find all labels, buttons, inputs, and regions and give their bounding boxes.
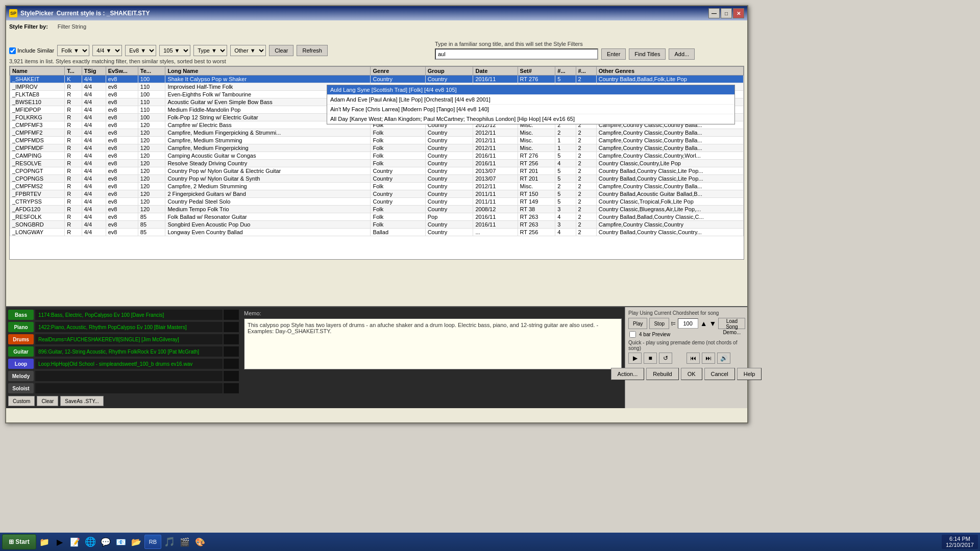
include-similar-checkbox[interactable] — [9, 47, 16, 54]
play-button[interactable]: Play — [628, 318, 647, 329]
stop-icon-btn[interactable]: ■ — [644, 353, 657, 364]
dropdown-item[interactable]: Ain't My Face [Chris Larrea] [Modern Pop… — [327, 105, 734, 114]
table-row[interactable]: _RESOLVER4/4ev8120Resolve Steady Driving… — [10, 160, 744, 167]
taskbar-icon-explorer[interactable]: 📁 — [37, 535, 52, 549]
loop-icon-btn[interactable]: ↺ — [659, 353, 672, 364]
taskbar-app-rb[interactable]: RB — [144, 535, 161, 549]
tempo-down-icon[interactable]: ▼ — [709, 319, 717, 328]
col-header-set[interactable]: Set# — [518, 67, 555, 76]
dropdown-item[interactable]: Adam And Eve [Paul Anka] [Lite Pop] [Orc… — [327, 95, 734, 105]
other-dropdown[interactable]: Other ▼ — [230, 45, 266, 56]
stop-button[interactable]: Stop — [649, 318, 669, 329]
table-row[interactable]: _LONGWAYR4/4ev885Longway Even Country Ba… — [10, 229, 744, 236]
app-title: StylePicker — [20, 10, 54, 17]
table-row[interactable]: _RESFOLKR4/4ev885Folk Ballad w/ Resonato… — [10, 213, 744, 221]
table-cell: ev8 — [106, 213, 138, 221]
search-input[interactable] — [435, 48, 598, 60]
track-volume-bar[interactable] — [224, 383, 239, 393]
table-cell: Shake It Calypso Pop w Shaker — [165, 76, 371, 83]
col-header-h2[interactable]: #... — [576, 67, 596, 76]
load-demo-button[interactable]: Load Song Demo... — [718, 318, 745, 329]
table-row[interactable]: _CPOPNGSR4/4ev8120Country Pop w/ Nylon G… — [10, 175, 744, 183]
refresh-button[interactable]: Refresh — [297, 45, 328, 56]
taskbar-icon-audio[interactable]: 🎵 — [162, 535, 177, 549]
close-button[interactable]: ✕ — [733, 8, 744, 18]
minimize-button[interactable]: — — [708, 8, 720, 18]
taskbar-icon-media[interactable]: ▶ — [53, 535, 67, 549]
col-header-genre[interactable]: Genre — [371, 67, 425, 76]
table-cell: 2 — [576, 76, 596, 83]
track-volume-bar[interactable] — [224, 322, 239, 332]
clear-button[interactable]: Clear — [269, 45, 293, 56]
col-header-evsw[interactable]: EvSw... — [106, 67, 138, 76]
prev-icon-btn[interactable]: ⏮ — [687, 353, 700, 364]
table-cell: Campfire, Medium Fingerpicking & Strummi… — [165, 129, 371, 137]
taskbar-icon-outlook[interactable]: 📧 — [114, 535, 128, 549]
table-row[interactable]: _CPOPNGTR4/4ev8120Country Pop w/ Nylon G… — [10, 167, 744, 175]
col-header-tsig[interactable]: TSig — [82, 67, 106, 76]
memo-text: This calypso pop Style has two layers of… — [244, 318, 622, 369]
table-row[interactable]: _CMPFMDFR4/4ev8120Campfire, Medium Finge… — [10, 144, 744, 152]
find-titles-button[interactable]: Find Titles — [629, 48, 666, 60]
taskbar-icon-file[interactable]: 📂 — [129, 535, 143, 549]
tempo-up-icon[interactable]: ▲ — [700, 319, 707, 328]
table-cell: 2 — [576, 160, 596, 167]
taskbar-icon-paint[interactable]: 🎨 — [193, 535, 207, 549]
dropdown-item[interactable]: Auld Lang Syne [Scottish Trad] [Folk] [4… — [327, 85, 734, 95]
col-header-group[interactable]: Group — [425, 67, 473, 76]
track-volume-bar[interactable] — [224, 359, 239, 369]
preview-checkbox[interactable] — [629, 331, 636, 338]
taskbar-icon-notepad[interactable]: 📝 — [68, 535, 82, 549]
ev8-dropdown[interactable]: Ev8 ▼ — [125, 45, 156, 56]
help-button[interactable]: Help — [737, 368, 762, 380]
table-row[interactable]: _SONGBRDR4/4ev885Songbird Even Acoustic … — [10, 221, 744, 229]
memo-panel: Memo: This calypso pop Style has two lay… — [241, 307, 625, 408]
track-volume-bar[interactable] — [224, 334, 239, 344]
table-row[interactable]: _CTRYPSSR4/4ev8120Country Pedal Steel So… — [10, 198, 744, 206]
track-volume-bar[interactable] — [224, 371, 239, 381]
table-row[interactable]: _CAMPINGR4/4ev8120Camping Acoustic Guita… — [10, 152, 744, 160]
cancel-button[interactable]: Cancel — [704, 368, 735, 380]
table-cell: Country Classic,Tropical,Folk,Lite Pop — [596, 198, 743, 206]
taskbar-icon-chrome[interactable]: 🌐 — [83, 535, 97, 549]
enter-button[interactable]: Enter — [601, 48, 626, 60]
tempo-input[interactable] — [678, 318, 698, 329]
action-button[interactable]: Action... — [611, 368, 645, 380]
clock: 6:14 PM 12/10/2017 — [942, 535, 978, 549]
col-header-date[interactable]: Date — [473, 67, 518, 76]
type-dropdown[interactable]: Type ▼ — [193, 45, 227, 56]
table-row[interactable]: _FPBRTEVR4/4ev81202 Fingerpicked Guitars… — [10, 190, 744, 198]
custom-button[interactable]: Custom — [8, 396, 35, 406]
speaker-icon-btn[interactable]: 🔊 — [717, 353, 730, 364]
table-row[interactable]: _CMPFMDSR4/4ev8120Campfire, Medium Strum… — [10, 137, 744, 144]
table-row[interactable]: _CMPFMS2R4/4ev8120Campfire, 2 Medium Str… — [10, 183, 744, 190]
ok-button[interactable]: OK — [681, 368, 702, 380]
next-icon-btn[interactable]: ⏭ — [702, 353, 715, 364]
taskbar-icon-media2[interactable]: 🎬 — [178, 535, 192, 549]
save-as-button[interactable]: SaveAs .STY... — [60, 396, 104, 406]
play-icon-btn[interactable]: ▶ — [628, 353, 642, 364]
col-header-tempo[interactable]: Te... — [138, 67, 165, 76]
include-similar-label: Include Similar — [9, 47, 54, 54]
col-header-other[interactable]: Other Genres — [596, 67, 743, 76]
taskbar-icon-skype[interactable]: 💬 — [99, 535, 113, 549]
col-header-name[interactable]: Name — [10, 67, 65, 76]
start-button[interactable]: ⊞ Start — [2, 534, 36, 549]
col-header-longname[interactable]: Long Name — [165, 67, 371, 76]
col-header-h1[interactable]: #... — [555, 67, 576, 76]
timesig-dropdown[interactable]: 4/4 ▼ — [92, 45, 122, 56]
clear-tracks-button[interactable]: Clear — [37, 396, 58, 406]
maximize-button[interactable]: □ — [721, 8, 732, 18]
col-header-t[interactable]: T... — [65, 67, 82, 76]
rebuild-button[interactable]: Rebuild — [646, 368, 678, 380]
add-button[interactable]: Add... — [669, 48, 695, 60]
table-row[interactable]: _CMPFMF2R4/4ev8120Campfire, Medium Finge… — [10, 129, 744, 137]
dropdown-item[interactable]: All Day [Kanye West; Allan Kingdom; Paul… — [327, 114, 734, 124]
tempo-dropdown[interactable]: 105 ▼ — [159, 45, 190, 56]
table-cell: 2012/11 — [473, 129, 518, 137]
track-volume-bar[interactable] — [224, 346, 239, 357]
track-volume-bar[interactable] — [224, 310, 239, 320]
table-row[interactable]: _SHAKEITK4/4ev8100Shake It Calypso Pop w… — [10, 76, 744, 83]
table-row[interactable]: _AFDG120R4/4ev8120Medium Tempo Folk Trio… — [10, 206, 744, 213]
folk-dropdown[interactable]: Folk ▼ — [57, 45, 89, 56]
